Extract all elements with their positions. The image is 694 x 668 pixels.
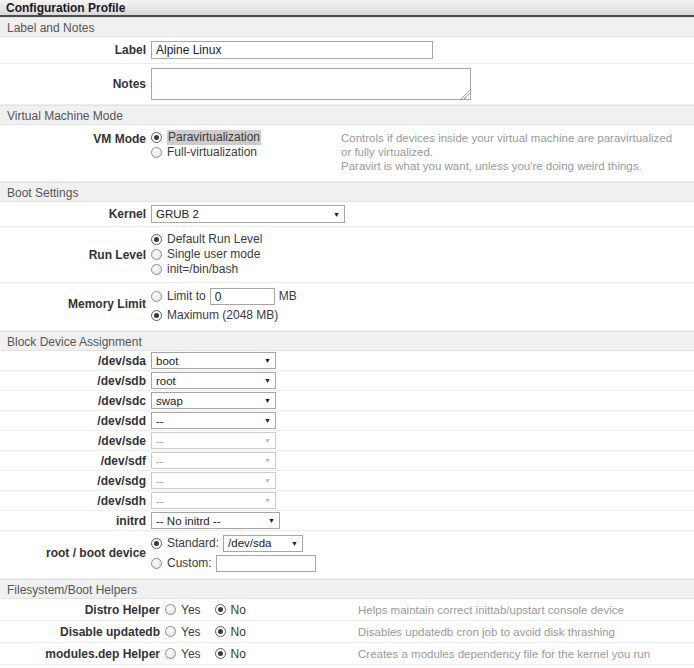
vm-mode-option-label: Paravirtualization	[167, 130, 261, 145]
device-row-sdf: /dev/sdf -- ▼	[0, 451, 694, 471]
device-row-sdg: /dev/sdg -- ▼	[0, 471, 694, 491]
memory-limit-option-maximum[interactable]: Maximum (2048 MB)	[151, 308, 297, 323]
standard-device-select[interactable]: /dev/sda ▼	[223, 535, 303, 552]
run-level-row: Run Level Default Run Level Single user …	[0, 227, 694, 283]
helper-row-distro: Distro Helper Yes No Helps maintain corr…	[0, 599, 694, 621]
radio-custom[interactable]	[151, 558, 162, 569]
dropdown-arrow-icon: ▼	[264, 497, 271, 504]
device-row-sde: /dev/sde -- ▼	[0, 431, 694, 451]
vm-mode-row: VM Mode Paravirtualization Full-virtuali…	[0, 125, 694, 182]
radio-full-virtualization[interactable]	[151, 147, 162, 158]
kernel-select-value: GRUB 2	[156, 208, 199, 220]
run-level-option-single-user[interactable]: Single user mode	[151, 247, 341, 262]
radio-standard[interactable]	[151, 538, 162, 549]
dropdown-arrow-icon: ▼	[264, 397, 271, 404]
distro-helper-yes[interactable]: Yes	[165, 603, 201, 617]
radio-yes[interactable]	[165, 648, 176, 659]
device-select-sdc[interactable]: swap ▼	[151, 392, 276, 409]
page-title: Configuration Profile	[0, 0, 694, 17]
label-row: Label	[0, 37, 694, 64]
device-row-sdd: /dev/sdd -- ▼	[0, 411, 694, 431]
run-level-label: Run Level	[0, 232, 151, 262]
radio-no[interactable]	[215, 626, 226, 637]
section-label-and-notes: Label and Notes	[0, 17, 694, 37]
device-row-sdh: /dev/sdh -- ▼	[0, 491, 694, 511]
radio-no[interactable]	[215, 604, 226, 615]
configuration-profile-page: Configuration Profile Label and Notes La…	[0, 0, 694, 668]
section-block-device-assignment: Block Device Assignment	[0, 331, 694, 351]
dropdown-arrow-icon: ▼	[264, 477, 271, 484]
memory-limit-label: Memory Limit	[0, 288, 151, 311]
helper-row-updatedb: Disable updatedb Yes No Disables updated…	[0, 621, 694, 643]
custom-device-input[interactable]	[216, 555, 316, 572]
radio-init-bin-bash[interactable]	[151, 264, 162, 275]
section-virtual-machine-mode: Virtual Machine Mode	[0, 105, 694, 125]
dropdown-arrow-icon: ▼	[264, 437, 271, 444]
dropdown-arrow-icon: ▼	[264, 417, 271, 424]
modules-dep-yes[interactable]: Yes	[165, 647, 201, 661]
device-row-sdb: /dev/sdb root ▼	[0, 371, 694, 391]
device-row-sda: /dev/sda boot ▼	[0, 351, 694, 371]
kernel-select[interactable]: GRUB 2 ▼	[151, 205, 345, 223]
memory-unit-label: MB	[279, 289, 297, 304]
radio-limit-to[interactable]	[151, 291, 162, 302]
vm-mode-option-full-virtualization[interactable]: Full-virtualization	[151, 145, 341, 160]
dropdown-arrow-icon: ▼	[264, 457, 271, 464]
kernel-row: Kernel GRUB 2 ▼	[0, 202, 694, 227]
radio-paravirtualization[interactable]	[151, 132, 162, 143]
radio-yes[interactable]	[165, 604, 176, 615]
modules-dep-no[interactable]: No	[215, 647, 246, 661]
dropdown-arrow-icon: ▼	[264, 357, 271, 364]
vm-mode-help: Controls if devices inside your virtual …	[341, 130, 694, 173]
run-level-option-init-bash[interactable]: init=/bin/bash	[151, 262, 341, 277]
vm-mode-label: VM Mode	[0, 130, 151, 146]
memory-limit-row: Memory Limit Limit to MB Maximum (2048 M…	[0, 283, 694, 331]
notes-textarea[interactable]	[151, 68, 471, 100]
memory-limit-input[interactable]	[210, 288, 275, 305]
notes-row: Notes	[0, 64, 694, 105]
radio-single-user-mode[interactable]	[151, 249, 162, 260]
device-row-sdc: /dev/sdc swap ▼	[0, 391, 694, 411]
notes-field-label: Notes	[0, 77, 151, 91]
run-level-option-default[interactable]: Default Run Level	[151, 232, 341, 247]
dropdown-arrow-icon: ▼	[291, 536, 298, 551]
distro-helper-no[interactable]: No	[215, 603, 246, 617]
section-filesystem-boot-helpers: Filesystem/Boot Helpers	[0, 579, 694, 599]
device-select-sda[interactable]: boot ▼	[151, 352, 276, 369]
disable-updatedb-yes[interactable]: Yes	[165, 625, 201, 639]
device-select-sdd[interactable]: -- ▼	[151, 412, 276, 429]
helper-help-text: Helps maintain correct inittab/upstart c…	[358, 602, 694, 617]
root-boot-device-label: root / boot device	[0, 535, 151, 560]
initrd-select[interactable]: -- No initrd -- ▼	[151, 512, 280, 529]
radio-default-run-level[interactable]	[151, 234, 162, 245]
label-field-label: Label	[0, 43, 151, 57]
page-title-text: Configuration Profile	[6, 1, 125, 15]
radio-no[interactable]	[215, 648, 226, 659]
device-select-sdg: -- ▼	[151, 472, 276, 489]
vm-mode-option-paravirtualization[interactable]: Paravirtualization	[151, 130, 341, 145]
kernel-label: Kernel	[0, 207, 151, 221]
device-row-initrd: initrd -- No initrd -- ▼	[0, 511, 694, 531]
resize-grip-icon[interactable]	[461, 90, 470, 99]
section-boot-settings: Boot Settings	[0, 182, 694, 202]
dropdown-arrow-icon: ▼	[268, 517, 275, 524]
label-input[interactable]	[151, 41, 433, 59]
dropdown-arrow-icon: ▼	[333, 211, 340, 218]
helper-row-modules-dep: modules.dep Helper Yes No Creates a modu…	[0, 643, 694, 665]
device-select-sde: -- ▼	[151, 432, 276, 449]
radio-maximum-memory[interactable]	[151, 310, 162, 321]
disable-updatedb-no[interactable]: No	[215, 625, 246, 639]
root-boot-standard-option[interactable]: Standard: /dev/sda ▼	[151, 535, 316, 552]
root-boot-device-row: root / boot device Standard: /dev/sda ▼ …	[0, 531, 694, 579]
helper-help-text: Disables updatedb cron job to avoid disk…	[358, 624, 694, 639]
device-select-sdb[interactable]: root ▼	[151, 372, 276, 389]
vm-mode-option-label: Full-virtualization	[167, 145, 257, 160]
helper-help-text: Creates a modules dependency file for th…	[358, 646, 694, 661]
radio-yes[interactable]	[165, 626, 176, 637]
dropdown-arrow-icon: ▼	[264, 377, 271, 384]
root-boot-custom-option[interactable]: Custom:	[151, 555, 316, 572]
device-select-sdh: -- ▼	[151, 492, 276, 509]
memory-limit-option-limit[interactable]: Limit to MB	[151, 288, 297, 305]
device-select-sdf: -- ▼	[151, 452, 276, 469]
